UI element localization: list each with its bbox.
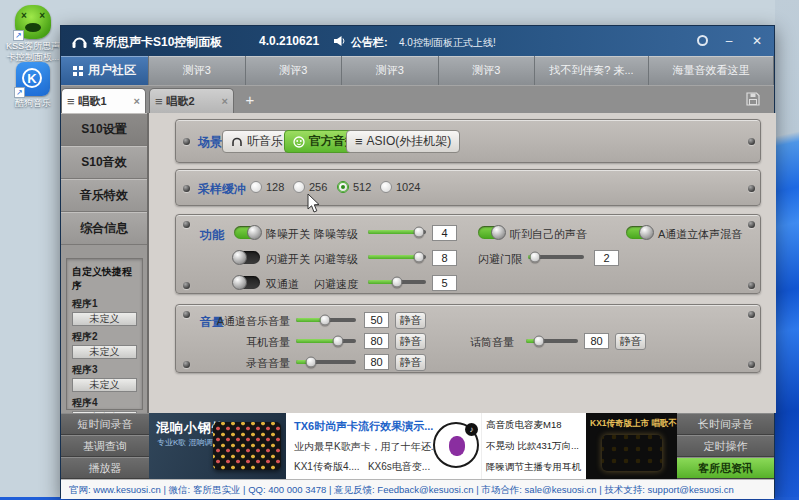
- ad-link-tx6[interactable]: TX6时尚声卡流行效果演示...: [294, 419, 433, 434]
- sidebar-item-s10-settings[interactable]: S10设置: [61, 113, 147, 146]
- minimize-button[interactable]: –: [718, 32, 740, 50]
- long-record-button[interactable]: 长时间录音: [677, 413, 774, 435]
- buffer-panel: 采样缓冲 128 256 512 1024: [175, 169, 761, 206]
- monitor-toggle[interactable]: [478, 226, 504, 239]
- nav-tab-review-4[interactable]: 测评3: [439, 56, 536, 85]
- duck-level-slider[interactable]: [368, 255, 426, 259]
- headphone-volume-value[interactable]: 80: [364, 333, 389, 349]
- noise-level-value[interactable]: 4: [432, 225, 457, 241]
- kesuosi-news-button[interactable]: 客所思资讯: [677, 457, 774, 479]
- nav-tab-review-1[interactable]: 测评3: [149, 56, 246, 85]
- headphone-volume-slider[interactable]: [296, 339, 356, 343]
- scene-button-label: ASIO(外挂机架): [367, 133, 452, 150]
- tab-close-icon[interactable]: ×: [222, 95, 228, 107]
- duck-speed-value[interactable]: 5: [432, 275, 457, 291]
- nav-tab-review-3[interactable]: 测评3: [342, 56, 439, 85]
- duck-toggle[interactable]: [234, 251, 260, 264]
- noise-toggle[interactable]: [234, 226, 260, 239]
- radio-label: 1024: [396, 181, 420, 193]
- slider-thumb[interactable]: [529, 252, 540, 263]
- music-mute-button[interactable]: 静音: [395, 312, 426, 329]
- slider-thumb[interactable]: [392, 277, 403, 288]
- add-tab-button[interactable]: +: [241, 92, 259, 108]
- ad-text-line[interactable]: 降噪调节主播专用耳机: [486, 461, 581, 474]
- ad-title: KX1传奇版上市 唱歌不累: [590, 418, 679, 430]
- toggle-knob: [247, 225, 262, 240]
- mic-volume-slider[interactable]: [526, 339, 578, 343]
- slider-thumb[interactable]: [306, 357, 317, 368]
- ad-text-line[interactable]: 不晃动 比款431万向...: [486, 440, 579, 453]
- slider-thumb[interactable]: [333, 336, 344, 347]
- nav-tab-sound-effects[interactable]: 海量音效看这里: [649, 56, 774, 85]
- announcement-text: 4.0控制面板正式上线!: [399, 36, 496, 50]
- close-button[interactable]: ✕: [746, 32, 768, 50]
- desktop-icon-kugou[interactable]: K ↗ 酷狗音乐: [2, 62, 64, 109]
- slider-thumb[interactable]: [534, 336, 545, 347]
- nav-tab-community[interactable]: 用户社区: [61, 56, 149, 85]
- buffer-radio-256[interactable]: 256: [293, 181, 327, 193]
- sidebar-item-general-info[interactable]: 综合信息: [61, 212, 147, 245]
- tab-menu-icon[interactable]: ≡: [155, 95, 163, 108]
- duck-level-value[interactable]: 8: [432, 250, 457, 266]
- sidebar-item-music-effects[interactable]: 音乐特效: [61, 179, 147, 212]
- slider-thumb[interactable]: [414, 227, 425, 238]
- announcement-label: 公告栏:: [351, 35, 388, 50]
- ad-kx1-legend[interactable]: KX1传奇版上市 唱歌不累: [586, 413, 679, 479]
- noise-level-slider[interactable]: [368, 230, 426, 234]
- slider-thumb[interactable]: [414, 252, 425, 263]
- version-label: 4.0.210621: [259, 34, 319, 48]
- pitch-query-button[interactable]: 基调查询: [61, 435, 149, 457]
- mixer-device-image: [213, 422, 281, 470]
- mic-mute-button[interactable]: 静音: [615, 333, 646, 350]
- window-info-button[interactable]: [697, 35, 708, 46]
- ad-link-kx1[interactable]: KX1传奇版4....: [294, 461, 360, 472]
- dual-channel-toggle[interactable]: [234, 276, 260, 289]
- ad-text-line[interactable]: 业内最早K歌声卡，用了十年还...: [294, 440, 439, 454]
- program-1-button[interactable]: 未定义: [72, 312, 137, 326]
- music-volume-value[interactable]: 50: [364, 312, 389, 328]
- titlebar[interactable]: 客所思声卡S10控制面板 4.0.210621 公告栏: 4.0控制面板正式上线…: [61, 26, 774, 56]
- desktop-icon-label: 酷狗音乐: [2, 98, 64, 109]
- duck-speed-slider[interactable]: [368, 280, 426, 284]
- scene-label: 场景: [198, 134, 222, 151]
- nav-tab-bar: 用户社区 测评3 测评3 测评3 测评3 找不到伴奏? 来... 海量音效看这里: [61, 56, 774, 85]
- tab-close-icon[interactable]: ×: [134, 95, 140, 107]
- ad-reverb-cannon[interactable]: 混响小钢炮 专业K歌 混响调节: [149, 413, 286, 479]
- duck-level-label: 闪避等级: [314, 252, 358, 267]
- tab-sing-1[interactable]: ≡ 唱歌1 ×: [61, 88, 146, 113]
- headphone-mute-button[interactable]: 静音: [395, 333, 426, 350]
- record-volume-value[interactable]: 80: [364, 354, 389, 370]
- tab-menu-icon[interactable]: ≡: [67, 95, 75, 108]
- slider-thumb[interactable]: [319, 315, 330, 326]
- duck-threshold-slider[interactable]: [528, 255, 584, 259]
- short-record-button[interactable]: 短时间录音: [61, 413, 149, 435]
- noise-toggle-label: 降噪开关: [266, 227, 310, 242]
- nav-tab-review-2[interactable]: 测评3: [246, 56, 343, 85]
- buffer-radio-512[interactable]: 512: [337, 181, 371, 193]
- mic-volume-value[interactable]: 80: [584, 333, 609, 349]
- status-text: 官网: www.kesuosi.cn | 微信: 客所思实业 | QQ: 400…: [69, 484, 734, 497]
- stereo-mix-toggle[interactable]: [626, 226, 652, 239]
- nav-tab-accompaniment[interactable]: 找不到伴奏? 来...: [535, 56, 649, 85]
- timer-operation-button[interactable]: 定时操作: [677, 435, 774, 457]
- buffer-radio-128[interactable]: 128: [250, 181, 284, 193]
- duck-speed-label: 闪避速度: [314, 277, 358, 292]
- ad-link-kx6s[interactable]: KX6s电音变...: [368, 461, 430, 472]
- listen-music-button[interactable]: 听音乐: [222, 130, 292, 153]
- tab-sing-2[interactable]: ≡ 唱歌2 ×: [149, 88, 234, 113]
- music-volume-slider[interactable]: [296, 318, 356, 322]
- program-2-button[interactable]: 未定义: [72, 345, 137, 359]
- sidebar-item-s10-effects[interactable]: S10音效: [61, 146, 147, 179]
- save-icon[interactable]: [746, 92, 760, 106]
- program-3-button[interactable]: 未定义: [72, 378, 137, 392]
- player-button[interactable]: 播放器: [61, 457, 149, 479]
- asio-button[interactable]: ≡ ASIO(外挂机架): [346, 130, 460, 153]
- duck-threshold-value[interactable]: 2: [594, 250, 619, 266]
- slider-fill: [368, 255, 419, 259]
- ad-text-line[interactable]: 高音质电容麦M18: [486, 419, 561, 432]
- record-mute-button[interactable]: 静音: [395, 354, 426, 371]
- buffer-radio-1024[interactable]: 1024: [380, 181, 420, 193]
- ad-text-line[interactable]: KX1传奇版4.... KX6s电音变...: [294, 460, 430, 474]
- desktop-icon-kss[interactable]: × × ↗ KSS客所思声卡控制面板...: [2, 5, 64, 63]
- record-volume-slider[interactable]: [296, 360, 356, 364]
